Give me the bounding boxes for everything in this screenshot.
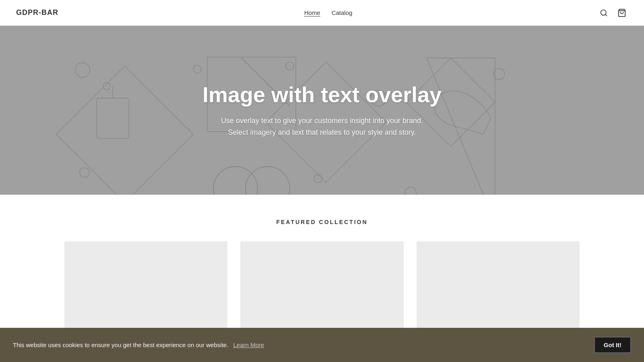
product-image — [417, 241, 580, 330]
featured-title: FEATURED COLLECTION — [64, 219, 580, 225]
hero-title: Image with text overlay — [202, 82, 442, 107]
header: GDPR-BAR Home Catalog — [0, 0, 644, 26]
product-image — [64, 241, 227, 330]
product-image-placeholder — [417, 241, 580, 330]
learn-more-button[interactable]: Learn More — [233, 341, 264, 346]
search-button[interactable] — [598, 7, 609, 19]
header-icons — [598, 7, 628, 19]
product-card[interactable] — [240, 241, 403, 330]
cookie-bar: This website uses cookies to ensure you … — [0, 328, 644, 346]
product-image-placeholder — [64, 241, 227, 330]
product-image — [240, 241, 403, 330]
hero-section: Image with text overlay Use overlay text… — [0, 26, 644, 195]
product-grid — [64, 241, 580, 330]
nav-catalog[interactable]: Catalog — [332, 9, 353, 16]
cookie-bar-message: This website uses cookies to ensure you … — [13, 341, 581, 346]
cart-button[interactable] — [616, 7, 628, 19]
svg-line-1 — [605, 14, 607, 16]
nav-home[interactable]: Home — [304, 9, 320, 16]
search-icon — [600, 9, 608, 17]
got-it-button[interactable]: Got It! — [594, 337, 631, 346]
main-nav: Home Catalog — [304, 9, 353, 16]
hero-subtitle: Use overlay text to give your customers … — [202, 115, 442, 138]
product-card[interactable] — [417, 241, 580, 330]
featured-section: FEATURED COLLECTION — [0, 195, 644, 346]
product-card[interactable] — [64, 241, 227, 330]
site-logo: GDPR-BAR — [16, 8, 58, 17]
hero-content: Image with text overlay Use overlay text… — [186, 82, 458, 138]
cart-icon — [617, 8, 626, 17]
product-image-placeholder — [240, 241, 403, 330]
